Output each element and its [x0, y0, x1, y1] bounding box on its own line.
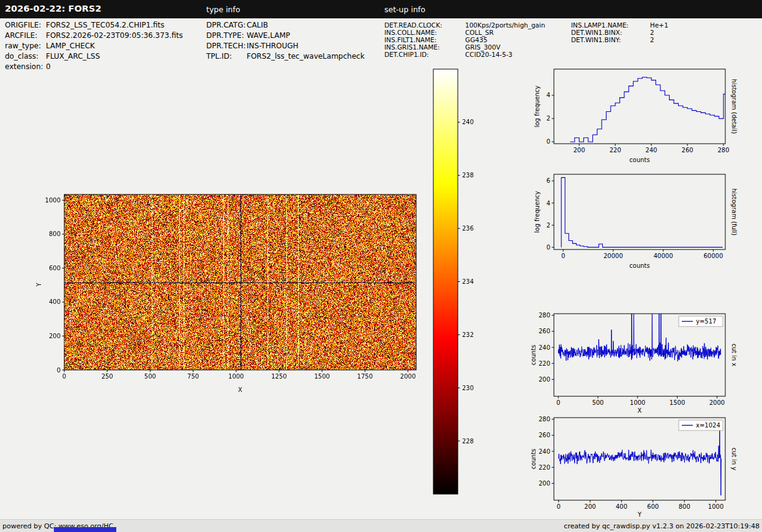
info-label: TPL.ID: [206, 51, 247, 62]
svg-text:1000: 1000 [630, 399, 645, 406]
svg-text:1000: 1000 [708, 503, 723, 510]
svg-text:x=1024: x=1024 [696, 422, 720, 429]
svg-text:200: 200 [539, 480, 550, 487]
svg-text:0: 0 [547, 244, 550, 251]
cut-in-x-plot: 0500100015002000200220240260280Xcountscu… [554, 314, 725, 396]
header-bar: 2026-02-22: FORS2 type info set-up info [0, 0, 762, 18]
info-row-dpr-tech: DPR.TECH:INS-THROUGH [206, 41, 365, 51]
svg-text:200: 200 [49, 333, 61, 339]
info-label: extension: [5, 62, 46, 72]
info-label: DET.READ.CLOCK: [384, 21, 465, 29]
svg-text:0: 0 [557, 503, 561, 510]
svg-text:240: 240 [539, 344, 550, 351]
svg-text:800: 800 [49, 231, 61, 237]
info-value: GRIS_300V [465, 43, 501, 51]
cut-in-y-plot: 02004006008001000200220240260280Ycountsc… [554, 418, 725, 500]
svg-text:260: 260 [539, 328, 550, 334]
svg-text:counts: counts [530, 345, 537, 365]
svg-text:238: 238 [462, 172, 474, 179]
plot-axes: 02000040000600000246countslog frequencyh… [554, 174, 725, 249]
svg-text:20000: 20000 [603, 253, 623, 259]
colorbar: 228230232234236238240 [433, 69, 458, 494]
svg-text:240: 240 [462, 119, 474, 125]
info-row-binx: DET.WIN1.BINX:2 [571, 29, 668, 36]
svg-text:220: 220 [539, 360, 550, 367]
page-title: 2026-02-22: FORS2 [5, 4, 102, 13]
svg-text:2000: 2000 [709, 399, 725, 406]
plot-axes: 0500100015002000200220240260280Xcountscu… [554, 314, 725, 396]
svg-text:240: 240 [539, 448, 550, 455]
svg-text:400: 400 [49, 298, 61, 305]
info-row-dpr-catg: DPR.CATG:CALIB [206, 20, 365, 31]
setup-info-block-1: DET.READ.CLOCK:100Kps/2ports/high_gain I… [384, 21, 545, 58]
file-info-block: ORIGFILE:FORS2_LSS_TEC054.2.CHIP1.fits A… [5, 20, 183, 72]
info-value: FORS2_LSS_TEC054.2.CHIP1.fits [46, 21, 164, 29]
svg-text:220: 220 [539, 464, 550, 471]
info-value: GG435 [465, 36, 487, 43]
info-label: DPR.CATG: [206, 20, 247, 31]
svg-text:histogram (detail): histogram (detail) [731, 79, 738, 134]
info-value: He+1 [650, 21, 668, 29]
qc-report-page: 2026-02-22: FORS2 type info set-up info … [0, 0, 762, 532]
type-info-block: DPR.CATG:CALIB DPR.TYPE:WAVE,LAMP DPR.TE… [206, 20, 365, 62]
svg-text:260: 260 [682, 147, 693, 153]
info-label: DET.CHIP1.ID: [384, 51, 465, 58]
info-label: INS.GRIS1.NAME: [384, 43, 465, 51]
svg-text:counts: counts [530, 449, 537, 469]
info-label: INS.COLL.NAME: [384, 29, 465, 36]
svg-text:280: 280 [539, 312, 550, 319]
info-row-chipid: DET.CHIP1.ID:CCID20-14-5-3 [384, 51, 545, 58]
info-value: CCID20-14-5-3 [465, 51, 512, 58]
info-value: FORS2_lss_tec_waveLampcheck [247, 52, 365, 61]
info-value: FORS2.2026-02-23T09:05:36.373.fits [46, 31, 183, 40]
info-row-origfile: ORIGFILE:FORS2_LSS_TEC054.2.CHIP1.fits [5, 20, 183, 31]
svg-text:600: 600 [49, 265, 61, 272]
info-value: COLL_SR [465, 29, 494, 36]
setup-info-block-2: INS.LAMP1.NAME:He+1 DET.WIN1.BINX:2 DET.… [571, 21, 668, 43]
info-value: 2 [650, 36, 654, 43]
svg-text:y=517: y=517 [696, 318, 716, 325]
info-row-tplid: TPL.ID:FORS2_lss_tec_waveLampcheck [206, 51, 365, 62]
info-value: CALIB [247, 21, 268, 29]
svg-text:2000: 2000 [400, 373, 416, 380]
svg-text:200: 200 [539, 376, 550, 383]
info-label: DPR.TYPE: [206, 31, 247, 41]
svg-text:280: 280 [718, 147, 730, 153]
info-label: INS.LAMP1.NAME: [571, 21, 650, 29]
footer-blue-bar [54, 527, 116, 532]
svg-text:2: 2 [547, 115, 550, 122]
svg-text:280: 280 [539, 416, 550, 423]
svg-text:250: 250 [102, 373, 113, 380]
svg-text:0: 0 [561, 253, 565, 259]
info-row-doclass: do_class:FLUX_ARC_LSS [5, 51, 183, 62]
svg-text:1000: 1000 [45, 197, 61, 204]
info-row-extension: extension:0 [5, 62, 183, 72]
svg-text:0: 0 [547, 138, 550, 145]
info-value: WAVE,LAMP [247, 31, 290, 40]
info-label: DET.WIN1.BINY: [571, 36, 650, 43]
svg-text:236: 236 [462, 225, 474, 232]
svg-text:Y: Y [35, 283, 42, 287]
svg-text:0: 0 [57, 367, 61, 374]
info-row-dpr-type: DPR.TYPE:WAVE,LAMP [206, 31, 365, 41]
svg-text:1250: 1250 [271, 373, 286, 380]
svg-text:260: 260 [539, 432, 550, 438]
svg-text:2: 2 [547, 222, 550, 229]
svg-text:counts: counts [629, 262, 649, 269]
svg-text:1000: 1000 [228, 373, 244, 380]
svg-text:counts: counts [629, 157, 649, 163]
info-row-collname: INS.COLL.NAME:COLL_SR [384, 29, 545, 36]
info-value: INS-THROUGH [247, 42, 299, 50]
svg-text:4: 4 [547, 200, 550, 207]
svg-text:0: 0 [62, 373, 66, 380]
info-row-grisname: INS.GRIS1.NAME:GRIS_300V [384, 43, 545, 51]
svg-text:800: 800 [679, 503, 690, 510]
info-row-lampname: INS.LAMP1.NAME:He+1 [571, 21, 668, 29]
svg-text:1500: 1500 [314, 373, 329, 380]
info-label: DPR.TECH: [206, 41, 247, 51]
svg-text:4: 4 [547, 92, 550, 98]
type-info-header: type info [206, 5, 240, 14]
svg-text:750: 750 [187, 373, 199, 380]
svg-text:Y: Y [637, 511, 642, 518]
info-label: do_class: [5, 51, 46, 62]
